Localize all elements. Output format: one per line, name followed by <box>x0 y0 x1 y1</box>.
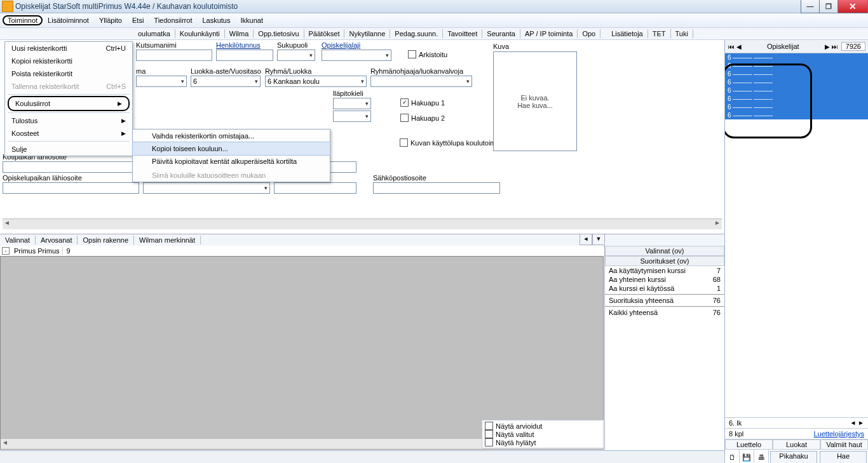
scroll-left-icon[interactable]: ◄ <box>580 234 592 245</box>
nav-next-icon[interactable]: ▶ <box>824 43 831 50</box>
check-arkistoitu[interactable]: Arkistoitu <box>408 50 447 58</box>
filter-checks: Näytä arvioidut Näytä valitut Näytä hylä… <box>482 420 604 448</box>
tab-valinnat[interactable]: Valinnat <box>0 236 36 245</box>
link-luettelojarjestys[interactable]: Luettelojärjestys <box>814 430 865 438</box>
button-pikahaku[interactable]: Pikahaku <box>770 451 817 463</box>
rtab-valmiit-haut[interactable]: Valmiit haut <box>820 440 868 449</box>
form-scrollbar[interactable] <box>3 218 722 229</box>
list-item[interactable]: 6 ——— ——— <box>725 70 868 78</box>
combo-ryhma-luokka[interactable]: 6 Kankaan koulu <box>265 76 367 87</box>
combo-opp[interactable] <box>143 182 270 194</box>
input-sahko[interactable] <box>373 182 500 194</box>
nav-first-icon[interactable]: ⏮ <box>728 43 735 50</box>
list-item[interactable]: 6 ——— ——— <box>725 53 868 62</box>
maximize-button[interactable]: ❐ <box>819 0 838 13</box>
tab-apip[interactable]: AP / IP toiminta <box>520 29 578 38</box>
tab-paatokset[interactable]: Päätökset <box>304 29 345 38</box>
menu-poista-rekisterikortit[interactable]: Poista rekisterikortit <box>5 67 132 80</box>
combo-sukupuoli[interactable] <box>277 50 315 61</box>
nav-last-icon[interactable]: ⏭ <box>831 43 839 50</box>
menu-tallenna-rekisterikortit: Tallenna rekisterikortitCtrl+S <box>5 80 132 93</box>
rtab-luokat[interactable]: Luokat <box>773 440 820 449</box>
minimize-button[interactable]: — <box>801 0 820 13</box>
tab-nykytilanne[interactable]: Nykytilanne <box>344 29 390 38</box>
new-icon[interactable]: 🗋 <box>725 450 740 463</box>
menu-ikkunat[interactable]: Ikkunat <box>235 15 268 25</box>
print-icon[interactable]: 🖶 <box>754 450 769 463</box>
tab-opsin-rakenne[interactable]: Opsin rakenne <box>78 236 134 245</box>
tab-oulumatka[interactable]: oulumatka <box>133 29 175 38</box>
tab-opo[interactable]: Opo <box>578 29 600 38</box>
combo-luokka-aste[interactable]: 6 <box>191 76 261 87</box>
check-hakuapu2[interactable]: Hakuapu 2 <box>400 114 445 122</box>
menu-toiminnot[interactable]: Toiminnot <box>3 15 43 25</box>
record-count: 7926 <box>841 42 865 51</box>
image-placeholder[interactable]: Ei kuvaa. Hae kuva... <box>493 51 577 151</box>
button-hae[interactable]: Hae <box>820 451 867 463</box>
list-item[interactable]: 6 ——— ——— <box>725 62 868 70</box>
menu-kopioi-rekisterikortti[interactable]: Kopioi rekisterikortti <box>5 55 132 67</box>
tab-lisatietoja[interactable]: Lisätietoja <box>607 29 648 38</box>
tab-koulunkaynti[interactable]: Koulunkäynti <box>175 29 225 38</box>
status-bar <box>0 450 724 463</box>
check-nayta-arvioidut[interactable]: Näytä arvioidut <box>485 422 600 430</box>
save-icon[interactable]: 💾 <box>740 450 754 463</box>
menu-koulusiirrot[interactable]: Koulusiirrot▶ <box>8 96 130 111</box>
combo-ryhmanohjaaja[interactable] <box>370 76 472 87</box>
stats-header-suoritukset[interactable]: Suoritukset (ov) <box>605 256 724 266</box>
combo-extra[interactable] <box>333 111 371 122</box>
menu-lisatoiminnot[interactable]: Lisätoiminnot <box>43 15 94 25</box>
menu-koosteet[interactable]: Koosteet▶ <box>5 127 132 140</box>
menu-bar: Toiminnot Lisätoiminnot Ylläpito Etsi Ti… <box>0 13 868 28</box>
list-item[interactable]: 6 ——— ——— <box>725 103 868 111</box>
list-item[interactable]: 6 ——— ——— <box>725 78 868 86</box>
tab-wilman-merkinnat[interactable]: Wilman merkinnät <box>134 236 201 245</box>
stats-header-valinnat[interactable]: Valinnat (ov) <box>605 246 724 256</box>
list-item[interactable]: 6 ——— ——— <box>725 95 868 103</box>
tab-tavoitteet[interactable]: Tavoitteet <box>443 29 482 38</box>
menu-tulostus[interactable]: Tulostus▶ <box>5 114 132 127</box>
rtab-luettelo[interactable]: Luettelo <box>725 440 773 449</box>
label-kuva: Kuva <box>493 43 509 50</box>
input-henkilotunnus[interactable] <box>216 50 273 61</box>
list-item[interactable]: 6 ——— ——— <box>725 86 868 95</box>
menu-sulje[interactable]: Sulje <box>5 143 132 156</box>
submenu-kopioi-toiseen-kouluun[interactable]: Kopioi toiseen kouluun... <box>132 142 330 156</box>
check-nayta-valitut[interactable]: Näytä valitut <box>485 430 600 438</box>
tab-arvosanat[interactable]: Arvosanat <box>36 236 78 245</box>
check-hakuapu1[interactable]: ✓Hakuapu 1 <box>400 98 445 107</box>
nav-title: Opiskelijat <box>743 43 824 50</box>
tab-pedag[interactable]: Pedag.suunn. <box>390 29 443 38</box>
close-button[interactable]: ✕ <box>837 0 868 13</box>
submenu-paivita-kopioitavat[interactable]: Päivitä kopioitavat kentät alkuperäiselt… <box>133 155 330 168</box>
combo-ma[interactable] <box>136 76 187 87</box>
tree-row[interactable]: - Primus Primus 9 <box>0 246 604 257</box>
student-list[interactable]: 6 ——— ——— 6 ——— ——— 6 ——— ——— 6 ——— ——— … <box>725 53 868 417</box>
tab-opptietosivu[interactable]: Opp.tietosivu <box>254 29 304 38</box>
detail-tabs: Valinnat Arvosanat Opsin rakenne Wilman … <box>0 234 724 246</box>
menu-uusi-rekisterikortti[interactable]: Uusi rekisterikorttiCtrl+U <box>5 42 132 55</box>
menu-yllapito[interactable]: Ylläpito <box>94 15 127 25</box>
menu-laskutus[interactable]: Laskutus <box>197 15 235 25</box>
tab-wilma[interactable]: Wilma <box>225 29 254 38</box>
submenu-siirra-kouluille: Siirrä kouluille katuosoitteen mukaan <box>133 169 330 182</box>
scroll-right-icon[interactable]: ▼ <box>592 234 605 245</box>
check-nayta-hylatyt[interactable]: Näytä hylätyt <box>485 438 600 446</box>
label-ryhmanohjaaja: Ryhmänohjaaja/luokanvalvoja <box>370 67 472 75</box>
combo-opiskelijalaji[interactable] <box>322 50 391 61</box>
list-item[interactable]: 6 ——— ——— <box>725 111 868 119</box>
input-kutsumanimi[interactable] <box>136 50 212 61</box>
input-opl[interactable] <box>3 182 139 194</box>
window-title: Opiskelijat StarSoft multiPrimus W4.44e … <box>15 2 868 11</box>
tab-tuki[interactable]: Tuki <box>671 29 693 38</box>
combo-llapitokieli[interactable] <box>333 98 371 109</box>
tab-tet[interactable]: TET <box>648 29 671 38</box>
tab-seuranta[interactable]: Seuranta <box>482 29 520 38</box>
input-kotipl[interactable] <box>3 161 139 173</box>
nav-prev-icon[interactable]: ◀ <box>735 43 743 50</box>
menu-tiedonsiirrot[interactable]: Tiedonsiirrot <box>149 15 197 25</box>
title-bar: Opiskelijat StarSoft multiPrimus W4.44e … <box>0 0 868 13</box>
submenu-vaihda-omistajaa[interactable]: Vaihda rekisterikortin omistajaa... <box>133 130 330 142</box>
input-kotipuh[interactable] <box>274 182 356 194</box>
menu-etsi[interactable]: Etsi <box>127 15 149 25</box>
